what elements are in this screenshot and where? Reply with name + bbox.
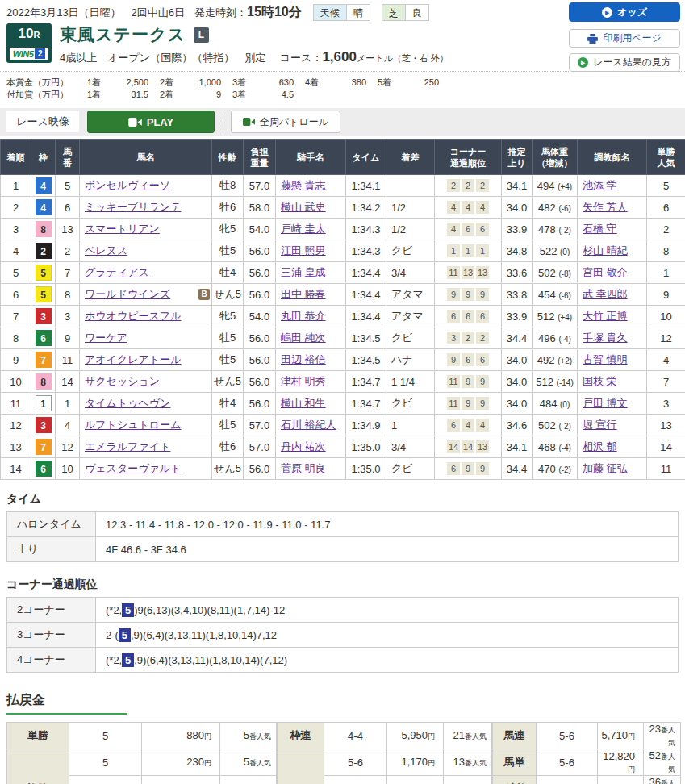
prize-rank: 5着 (378, 77, 402, 89)
trainer-link[interactable]: 杉山 晴紀 (583, 244, 628, 256)
trainer-cell: 加藤 征弘 (578, 458, 647, 480)
horse-name-cell: ワールドウインズB (80, 284, 212, 306)
result-row: 10814サクセッションせん556.0津村 明秀1:34.71 1/411993… (1, 371, 685, 393)
payout-tables: 単勝5880円5番人気複勝5230円5番人気6380円6番人気13190円2番人… (6, 722, 685, 784)
horse-name-link[interactable]: ミッキーブリランテ (85, 200, 181, 215)
popularity-suffix: 番人気 (465, 759, 487, 767)
corner-order-row: 4コーナー(*2,5,9)(6,4)(3,13,11)(1,8,10,14)(7… (7, 648, 679, 673)
finish-position: 4 (1, 240, 31, 262)
trainer-link[interactable]: 堀 宣行 (583, 419, 617, 431)
sex-age: 牡5 (212, 327, 244, 349)
patrol-video-button[interactable]: 全周パトロール (231, 111, 340, 133)
corner-label: 3コーナー (7, 623, 96, 648)
jockey-link[interactable]: 三浦 皇成 (281, 266, 326, 278)
trainer-link[interactable]: 大竹 正博 (583, 310, 628, 322)
jockey-link[interactable]: 嶋田 純次 (281, 332, 326, 344)
race-video-label: レース映像 (16, 115, 69, 129)
finish-time: 1:34.7 (346, 371, 386, 393)
finish-position: 3 (1, 219, 31, 240)
jockey-link[interactable]: 藤懸 貴志 (281, 179, 326, 191)
race-title: 東風ステークス (60, 23, 186, 46)
payout-amount: 1,170円 (387, 749, 444, 776)
trainer-link[interactable]: 国枝 栄 (583, 375, 617, 387)
jockey-link[interactable]: 田辺 裕信 (281, 353, 326, 365)
win-favorite-rank: 3 (647, 393, 685, 415)
jockey-cell: 丸田 恭介 (276, 306, 346, 327)
last-furlongs-row: 上り 4F 46.6 - 3F 34.6 (7, 537, 679, 562)
jockey-link[interactable]: 丸田 恭介 (281, 310, 326, 322)
horse-number: 2 (56, 240, 80, 262)
trainer-link[interactable]: 武 幸四郎 (583, 288, 628, 300)
horse-name-link[interactable]: ボンセルヴィーソ (85, 178, 170, 193)
corner-positions: 999 (435, 284, 502, 306)
horse-name-link[interactable]: ルフトシュトローム (85, 418, 181, 432)
sex-age: せん5 (212, 371, 244, 393)
corner-section-title: コーナー通過順位 (6, 578, 685, 592)
prize-amount: 630 (257, 77, 294, 89)
finish-position: 13 (1, 436, 31, 458)
horse-name-link[interactable]: アオイクレアトール (85, 352, 181, 367)
finish-time: 1:35.0 (346, 436, 386, 458)
last-3f: 34.0 (502, 197, 533, 219)
video-controls-band: レース映像 PLAY 全周パトロール (0, 108, 685, 136)
body-weight: 512 (-14) (533, 371, 578, 393)
last-3f: 34.0 (502, 371, 533, 393)
finish-time: 1:35.0 (346, 458, 386, 480)
margin: クビ (386, 393, 435, 415)
odds-button[interactable]: ▶ オッズ (569, 2, 680, 22)
frame-cell: 3 (31, 306, 56, 327)
play-button[interactable]: PLAY (87, 111, 215, 133)
horse-name-link[interactable]: サクセッション (85, 374, 160, 389)
race-video-button[interactable]: レース映像 (6, 111, 79, 132)
horse-name-link[interactable]: エメラルファイト (85, 440, 170, 454)
corner-position-box: 2 (476, 179, 489, 192)
frame-badge: 6 (36, 461, 52, 477)
horse-name-link[interactable]: ワールドウインズ (85, 287, 170, 302)
finish-time: 1:34.4 (346, 262, 386, 284)
jockey-link[interactable]: 横山 武史 (281, 201, 326, 213)
jockey-link[interactable]: 津村 明秀 (281, 375, 326, 387)
trainer-link[interactable]: 戸田 博文 (583, 397, 628, 409)
jockey-link[interactable]: 横山 和生 (281, 397, 326, 409)
trainer-link[interactable]: 石橋 守 (583, 223, 617, 235)
payout-amount: 710円 (387, 776, 444, 784)
result-guide-button[interactable]: ▶ レース結果の見方 (569, 53, 680, 72)
horse-name-link[interactable]: タイムトゥヘヴン (85, 396, 170, 411)
jockey-link[interactable]: 菅原 明良 (281, 462, 326, 474)
trainer-link[interactable]: 手塚 貴久 (583, 332, 628, 344)
horse-number: 12 (56, 436, 80, 458)
corner-label: 4コーナー (7, 648, 96, 673)
horse-number: 10 (56, 458, 80, 480)
horse-name-link[interactable]: スマートリアン (85, 222, 160, 236)
horse-name-link[interactable]: ベレヌス (85, 244, 127, 258)
finish-position: 14 (1, 458, 31, 480)
body-weight: 496 (-4) (533, 327, 578, 349)
body-weight-diff: (-14) (557, 378, 574, 387)
horse-name-link[interactable]: ホウオウピースフル (85, 309, 181, 323)
jockey-link[interactable]: 田中 勝春 (281, 288, 326, 300)
carried-weight: 56.0 (244, 371, 276, 393)
corner-position-box: 9 (476, 397, 489, 410)
trainer-link[interactable]: 宮田 敬介 (583, 266, 628, 278)
print-page-button[interactable]: 印刷用ページ (569, 29, 680, 48)
jockey-link[interactable]: 石川 裕紀人 (281, 419, 336, 431)
corner-position-box: 9 (462, 397, 474, 410)
jockey-link[interactable]: 戸崎 圭太 (281, 223, 326, 235)
horse-name-link[interactable]: ワーケア (85, 331, 127, 345)
last-furlongs-value: 4F 46.6 - 3F 34.6 (96, 537, 679, 562)
trainer-link[interactable]: 池添 学 (583, 179, 617, 191)
trainer-link[interactable]: 矢作 芳人 (583, 201, 628, 213)
finish-position: 10 (1, 371, 31, 393)
body-weight: 494 (+4) (533, 175, 578, 197)
trainer-link[interactable]: 相沢 郁 (583, 440, 617, 452)
jockey-link[interactable]: 丹内 祐次 (281, 440, 326, 452)
win5-leg-number: 2 (35, 48, 45, 59)
horse-name-link[interactable]: ヴェスターヴァルト (85, 461, 181, 476)
trainer-link[interactable]: 古賀 慎明 (583, 353, 628, 365)
corner-position-box: 9 (447, 353, 460, 366)
race-number-badge: 10R WIN5 2 (6, 23, 52, 63)
trainer-link[interactable]: 加藤 征弘 (583, 462, 628, 474)
jockey-link[interactable]: 江田 照男 (281, 244, 326, 256)
horse-name-link[interactable]: グラティアス (85, 265, 149, 280)
margin: アタマ (386, 284, 435, 306)
